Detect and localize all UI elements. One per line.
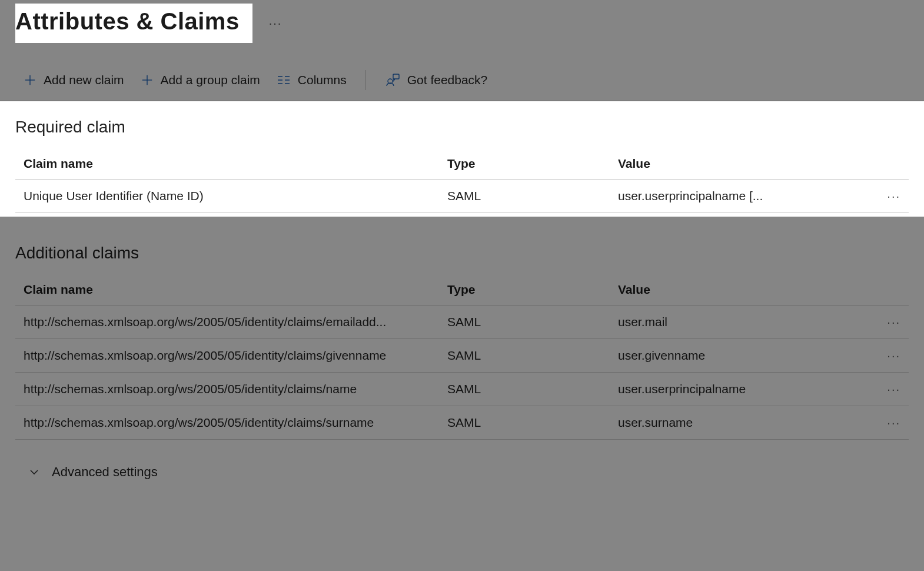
claim-name: http://schemas.xmlsoap.org/ws/2005/05/id… — [24, 416, 374, 430]
claim-name: http://schemas.xmlsoap.org/ws/2005/05/id… — [24, 382, 357, 396]
additional-claims-table: Claim name Type Value http://schemas.xml… — [15, 274, 909, 440]
feedback-button[interactable]: Got feedback? — [385, 73, 488, 87]
plus-icon — [141, 74, 154, 87]
feedback-icon — [385, 73, 400, 87]
row-more-actions[interactable]: ··· — [887, 349, 900, 362]
additional-claim-row[interactable]: http://schemas.xmlsoap.org/ws/2005/05/id… — [15, 406, 909, 440]
claim-value: user.surname — [610, 406, 876, 440]
col-header-name: Claim name — [15, 274, 439, 306]
claim-value: user.userprincipalname — [610, 373, 876, 406]
toolbar-separator — [365, 70, 366, 90]
claim-type: SAML — [439, 373, 610, 406]
additional-claim-row[interactable]: http://schemas.xmlsoap.org/ws/2005/05/id… — [15, 306, 909, 339]
claim-value: user.mail — [610, 306, 876, 339]
claim-type: SAML — [439, 339, 610, 373]
page-title: Attributes & Claims — [15, 8, 240, 35]
claim-name: http://schemas.xmlsoap.org/ws/2005/05/id… — [24, 315, 386, 329]
row-more-actions[interactable]: ··· — [887, 416, 900, 429]
columns-button[interactable]: Columns — [277, 73, 347, 87]
claim-type: SAML — [439, 180, 610, 213]
additional-claim-row[interactable]: http://schemas.xmlsoap.org/ws/2005/05/id… — [15, 339, 909, 373]
col-header-value: Value — [610, 274, 876, 306]
required-claims-table: Claim name Type Value Unique User Identi… — [15, 148, 909, 213]
claim-value: user.userprincipalname [... — [610, 180, 876, 213]
claim-name: Unique User Identifier (Name ID) — [24, 189, 204, 203]
claim-value: user.givenname — [610, 339, 876, 373]
chevron-down-icon — [28, 466, 40, 478]
claim-type: SAML — [439, 406, 610, 440]
required-claim-row[interactable]: Unique User Identifier (Name ID) SAML us… — [15, 180, 909, 213]
additional-section-heading: Additional claims — [0, 228, 924, 268]
advanced-settings-toggle[interactable]: Advanced settings — [0, 440, 924, 480]
col-header-value: Value — [610, 148, 876, 180]
columns-icon — [277, 74, 291, 86]
col-header-name: Claim name — [15, 148, 439, 180]
claim-name: http://schemas.xmlsoap.org/ws/2005/05/id… — [24, 348, 386, 363]
required-section-heading: Required claim — [0, 102, 924, 142]
columns-label: Columns — [298, 73, 347, 87]
col-header-type: Type — [439, 274, 610, 306]
svg-rect-11 — [393, 74, 399, 79]
add-group-claim-button[interactable]: Add a group claim — [141, 73, 260, 87]
page-title-container: Attributes & Claims — [15, 4, 252, 43]
advanced-settings-label: Advanced settings — [52, 464, 158, 480]
row-more-actions[interactable]: ··· — [887, 316, 900, 328]
feedback-label: Got feedback? — [407, 73, 488, 87]
row-more-actions[interactable]: ··· — [887, 190, 900, 202]
plus-icon — [24, 74, 36, 87]
col-header-type: Type — [439, 148, 610, 180]
add-new-claim-button[interactable]: Add new claim — [24, 73, 124, 87]
add-group-claim-label: Add a group claim — [161, 73, 260, 87]
title-more-actions[interactable]: ··· — [269, 16, 282, 30]
additional-claim-row[interactable]: http://schemas.xmlsoap.org/ws/2005/05/id… — [15, 373, 909, 406]
claim-type: SAML — [439, 306, 610, 339]
add-new-claim-label: Add new claim — [44, 73, 124, 87]
row-more-actions[interactable]: ··· — [887, 383, 900, 396]
toolbar: Add new claim Add a group claim Columns … — [0, 54, 924, 101]
